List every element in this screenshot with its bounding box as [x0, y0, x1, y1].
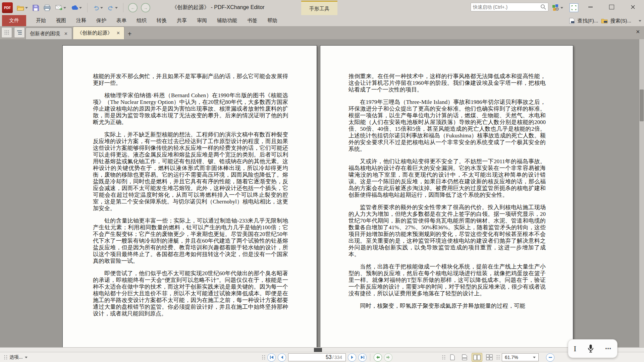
doc-tab-origins-of-innovation[interactable]: 《创新的起源》 ✕: [73, 26, 124, 39]
tab-bookmarks[interactable]: 书签: [242, 15, 262, 26]
view-back-button[interactable]: [374, 353, 382, 362]
bookmarks-panel-button[interactable]: [14, 27, 25, 38]
previous-page-button[interactable]: [278, 353, 286, 362]
zoom-level-dropdown[interactable]: 61.7%: [502, 353, 539, 361]
forward-arrow-icon: [386, 355, 390, 359]
close-tab-icon[interactable]: ✕: [64, 31, 68, 36]
tab-comment[interactable]: 注释: [71, 15, 91, 26]
pdf-page-54[interactable]: 推倒重来。在任何一种技术中，这样的行事风格都无法降低成本和提高性能，这会让计算机…: [320, 45, 573, 352]
toolbar-separator: [123, 3, 123, 12]
close-pane-button[interactable]: ✕: [636, 29, 640, 35]
drag-handle-icon[interactable]: [262, 355, 265, 360]
expand-arrows-icon: [571, 5, 577, 10]
microphone-icon[interactable]: [587, 344, 594, 353]
current-page-value[interactable]: 53: [326, 354, 332, 360]
horizontal-scrollbar-thumb[interactable]: [314, 348, 322, 352]
page-paragraph: 当然，出路在于把核能做成一个模块化系统，提前在生产线上大量生产小型的、预制的反应…: [348, 263, 546, 297]
new-tab-button[interactable]: +: [125, 30, 135, 38]
tab-home[interactable]: 开始: [31, 15, 51, 26]
ui-customize-button[interactable]: [551, 3, 564, 12]
chevron-down-icon[interactable]: [115, 7, 118, 9]
minimize-button[interactable]: [585, 3, 595, 11]
drag-handle-icon[interactable]: [442, 355, 445, 360]
view-forward-button[interactable]: [384, 353, 392, 362]
tab-protect[interactable]: 保护: [91, 15, 111, 26]
history-forward-button[interactable]: →: [141, 3, 150, 12]
status-bar: 选项... 53 / 334: [0, 352, 644, 362]
drag-handle-icon[interactable]: [496, 355, 500, 360]
chevron-down-icon[interactable]: [100, 7, 103, 9]
options-button[interactable]: 选项...: [9, 354, 23, 360]
page-paragraph: 核物理学家伯纳德·科恩（Bernard Cohen）在1990年出版的图书《核能…: [93, 92, 288, 126]
vertical-scrollbar[interactable]: [639, 39, 644, 347]
folder-open-icon: [17, 5, 24, 11]
grid-dots-icon: [4, 30, 9, 35]
zoom-out-button[interactable]: [546, 353, 554, 362]
fullscreen-toggle-button[interactable]: [570, 3, 578, 12]
page-navigation-group: 53 / 334: [262, 353, 392, 362]
email-button[interactable]: [55, 4, 67, 11]
quick-launch-input[interactable]: [471, 4, 540, 10]
chevron-down-icon[interactable]: [560, 7, 563, 9]
zoom-level-value[interactable]: 61.7%: [505, 355, 518, 360]
chevron-down-icon[interactable]: [79, 7, 82, 9]
tab-share[interactable]: 共享: [172, 15, 192, 26]
scan-tool-button[interactable]: [70, 5, 83, 11]
find-button[interactable]: 查找(F)...: [578, 18, 598, 24]
tab-form[interactable]: 表单: [111, 15, 131, 26]
undo-button[interactable]: [92, 4, 104, 11]
page-paragraph: 推倒重来。在任何一种技术中，这样的行事风格都无法降低成本和提高性能，这会让计算机…: [348, 73, 546, 93]
pdf-page-53[interactable]: 核能的开发不那么匆忙，并且如果不是军事副产品的话，那么它可能会发展得更好一些。 …: [62, 45, 317, 352]
chevron-down-icon[interactable]: [533, 357, 536, 358]
quick-launch-search[interactable]: [471, 3, 548, 11]
document-view[interactable]: 核能的开发不那么匆忙，并且如果不是军事副产品的话，那么它可能会发展得更好一些。 …: [0, 39, 644, 352]
page-paragraph: 监管者所要求的额外的安全性带来了很高的代价。投入到核电站施工现场的人力大为增加，…: [348, 204, 546, 258]
tab-convert[interactable]: 转换: [152, 15, 172, 26]
search-button[interactable]: 搜索(S)...: [610, 18, 632, 24]
two-page-icon: [473, 355, 481, 360]
more-options-button[interactable]: ⋯: [605, 345, 612, 352]
tab-file[interactable]: 文件: [2, 15, 26, 26]
first-page-button[interactable]: [267, 353, 276, 362]
list-lines-icon: [17, 30, 22, 35]
redo-button[interactable]: [107, 4, 118, 11]
page-text-column: 推倒重来。在任何一种技术中，这样的行事风格都无法降低成本和提高性能，这会让计算机…: [348, 73, 546, 315]
dictation-panel[interactable]: I ⋯: [568, 339, 618, 358]
mail-icon: [55, 5, 62, 10]
next-page-button[interactable]: [348, 353, 356, 362]
continuous-pages-icon: [462, 354, 467, 360]
last-page-button[interactable]: [358, 353, 367, 362]
vertical-scrollbar-thumb[interactable]: [640, 89, 644, 121]
tab-accessibility[interactable]: 辅助功能: [212, 15, 242, 26]
tab-help[interactable]: 帮助: [262, 15, 282, 26]
print-button[interactable]: [43, 4, 51, 12]
page-number-input[interactable]: 53 / 334: [288, 353, 346, 361]
horizontal-scrollbar[interactable]: [0, 347, 644, 352]
page-paragraph: 实际上，并不缺乏新型核能的想法。工程师们的演示文稿中有数百种裂变反应堆的设计方案…: [93, 131, 288, 212]
tab-view[interactable]: 视图: [51, 15, 71, 26]
chevron-down-icon[interactable]: [25, 7, 28, 9]
tab-organize[interactable]: 组织: [131, 15, 152, 26]
tab-review[interactable]: 审阅: [192, 15, 212, 26]
continuous-view-button[interactable]: [460, 353, 470, 361]
doc-tab-label[interactable]: 创新者的困境: [30, 31, 60, 37]
multi-page-view-button[interactable]: [484, 353, 494, 361]
save-button[interactable]: [32, 4, 40, 12]
drag-handle-icon[interactable]: [4, 355, 7, 360]
doc-tab-label[interactable]: 《创新的起源》: [77, 30, 112, 36]
thumbnails-panel-button[interactable]: [1, 27, 12, 38]
close-tab-icon[interactable]: ✕: [116, 31, 120, 36]
open-file-button[interactable]: [16, 4, 29, 11]
history-back-button[interactable]: ←: [128, 3, 138, 12]
maximize-button[interactable]: [606, 3, 616, 11]
single-page-view-button[interactable]: [447, 353, 458, 361]
doc-tab-innovators-dilemma[interactable]: 创新者的困境 ✕: [25, 27, 72, 39]
chevron-down-icon[interactable]: [639, 20, 641, 22]
chevron-down-icon[interactable]: [25, 357, 28, 358]
printer-icon: [44, 5, 51, 11]
chevron-down-icon[interactable]: [63, 7, 66, 9]
save-icon: [33, 5, 39, 11]
close-button[interactable]: [628, 3, 638, 11]
two-page-view-button[interactable]: [472, 353, 482, 362]
tool-tab-label[interactable]: 手形工具: [301, 6, 337, 12]
